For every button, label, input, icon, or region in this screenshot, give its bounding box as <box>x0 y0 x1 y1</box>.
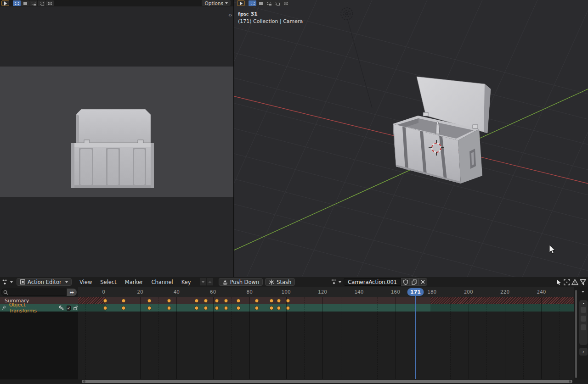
ruler-tick-label: 60 <box>210 289 216 295</box>
out-of-range-right <box>430 304 574 312</box>
channel-row-object-transforms[interactable]: Object Transforms ✓ <box>0 304 574 312</box>
collapsed-tool-panel[interactable] <box>579 300 588 345</box>
zoom-to-fit-button[interactable]: ↔ <box>67 289 77 296</box>
light-gizmo[interactable] <box>341 8 372 108</box>
area-resize-handle[interactable]: ‹› <box>228 12 232 18</box>
channel-label-object-transforms[interactable]: Object Transforms <box>9 302 49 314</box>
modifiers-wrench-icon[interactable] <box>59 305 64 311</box>
chevron-down-icon <box>225 2 228 4</box>
select-mode-tweak[interactable] <box>13 0 21 6</box>
close-icon <box>421 280 425 284</box>
chevron-down-icon <box>10 281 13 283</box>
menu-select[interactable]: Select <box>96 279 120 285</box>
channel-enable-checkbox[interactable]: ✓ <box>67 306 71 311</box>
select-mode-set[interactable] <box>257 0 265 6</box>
blender-window: Options ‹› <box>0 0 588 384</box>
snowflake-icon <box>269 279 274 285</box>
scrollbar-handle-left[interactable] <box>83 380 85 383</box>
intersect-select-icon <box>284 2 288 5</box>
chevron-down-icon[interactable] <box>582 291 584 293</box>
box-select-icon <box>23 2 27 5</box>
stash-label: Stash <box>277 279 291 285</box>
viewport-camera[interactable]: Options <box>0 0 233 277</box>
layer-nav-buttons <box>200 278 213 285</box>
move-layer-up-button[interactable] <box>207 278 213 285</box>
ruler-tick-label: 180 <box>427 289 436 295</box>
channel-row-summary[interactable]: Summary <box>0 297 574 304</box>
out-of-range-left <box>78 297 106 304</box>
keyframe-region-background[interactable] <box>78 312 575 379</box>
filter-funnel-icon[interactable] <box>580 279 586 285</box>
playhead-line[interactable] <box>415 295 416 379</box>
viewport-left-header: Options <box>0 0 233 6</box>
subtract-select-icon <box>276 2 279 5</box>
panel-slot[interactable] <box>581 324 586 330</box>
select-mode-group <box>13 0 54 6</box>
action-editor-icon <box>20 279 25 284</box>
channel-search-row: ↔ <box>0 287 78 297</box>
select-mode-intersect[interactable] <box>282 0 289 6</box>
select-mode-extend[interactable] <box>29 0 37 6</box>
select-mode-subtract[interactable] <box>273 0 281 6</box>
chest-model-3d[interactable] <box>393 77 491 184</box>
select-mode-subtract[interactable] <box>38 0 45 6</box>
editor-type-button[interactable] <box>2 279 13 285</box>
action-browse-dropdown[interactable] <box>331 279 341 285</box>
fake-user-button[interactable] <box>401 278 410 286</box>
frame-collection-info: (171) Collection | Camera <box>238 18 303 24</box>
filter-icon-group <box>556 279 588 285</box>
channel-search-input[interactable] <box>1 289 67 296</box>
ruler-tick-label: 220 <box>500 289 509 295</box>
menu-marker[interactable]: Marker <box>121 279 147 285</box>
active-tool-button[interactable] <box>1 0 9 6</box>
stash-button[interactable]: Stash <box>265 278 295 286</box>
menu-key[interactable]: Key <box>177 279 195 285</box>
panel-dot-icon <box>583 303 584 304</box>
triangle-down-icon <box>201 281 205 283</box>
editor-mode-dropdown[interactable]: Action Editor <box>17 278 72 286</box>
sidebar-collapsed-region: › <box>579 288 588 380</box>
push-down-label: Push Down <box>230 279 260 285</box>
warning-icon[interactable] <box>571 279 578 285</box>
select-mode-extend[interactable] <box>265 0 273 6</box>
vertical-scrollbar[interactable] <box>575 290 577 378</box>
editor-mode-label: Action Editor <box>28 279 62 285</box>
horizontal-scrollbar[interactable] <box>82 380 572 383</box>
pin-icon[interactable] <box>2 305 6 311</box>
current-frame-badge[interactable]: 171 <box>407 288 424 296</box>
intersect-select-icon <box>48 2 52 5</box>
tweak-select-icon <box>15 2 19 5</box>
viewport-right-header <box>234 0 588 6</box>
out-of-range-left <box>78 304 106 312</box>
action-browse-icon <box>331 279 337 285</box>
push-down-button[interactable]: Push Down <box>219 278 263 286</box>
push-down-icon <box>222 279 228 285</box>
chest-model-front-view[interactable] <box>0 0 233 277</box>
options-dropdown[interactable]: Options <box>202 0 231 6</box>
menu-view[interactable]: View <box>75 279 96 285</box>
active-tool-button-right[interactable] <box>237 0 245 6</box>
chevron-down-icon <box>65 281 68 283</box>
frame-border-icon[interactable] <box>564 279 570 285</box>
menu-channel[interactable]: Channel <box>147 279 177 285</box>
action-name-input[interactable]: CameraAction.001 <box>344 278 401 286</box>
unlink-action-button[interactable] <box>418 278 427 286</box>
ruler-tick-label: 20 <box>137 289 143 295</box>
only-selected-icon[interactable] <box>556 279 562 285</box>
dope-sheet-header: Action Editor View Select Marker Channel… <box>0 277 588 287</box>
duplicate-icon <box>412 279 417 285</box>
unlock-icon[interactable] <box>73 305 78 311</box>
move-layer-down-button[interactable] <box>200 278 206 285</box>
scrollbar-handle-right[interactable] <box>569 380 571 383</box>
viewport-perspective[interactable]: fps: 31 (171) Collection | Camera <box>234 0 588 277</box>
panel-slot[interactable] <box>581 307 586 313</box>
select-mode-tweak[interactable] <box>249 0 256 6</box>
select-mode-set[interactable] <box>21 0 29 6</box>
open-sidebar-button[interactable]: › <box>579 348 588 356</box>
select-mode-intersect[interactable] <box>46 0 54 6</box>
ruler-tick-label: 200 <box>464 289 473 295</box>
new-action-button[interactable] <box>410 278 418 286</box>
dope-sheet-editor: Action Editor View Select Marker Channel… <box>0 277 588 384</box>
panel-slot[interactable] <box>581 316 586 322</box>
timeline-ruler[interactable]: 020406080100120140160180200220240 <box>78 287 575 297</box>
